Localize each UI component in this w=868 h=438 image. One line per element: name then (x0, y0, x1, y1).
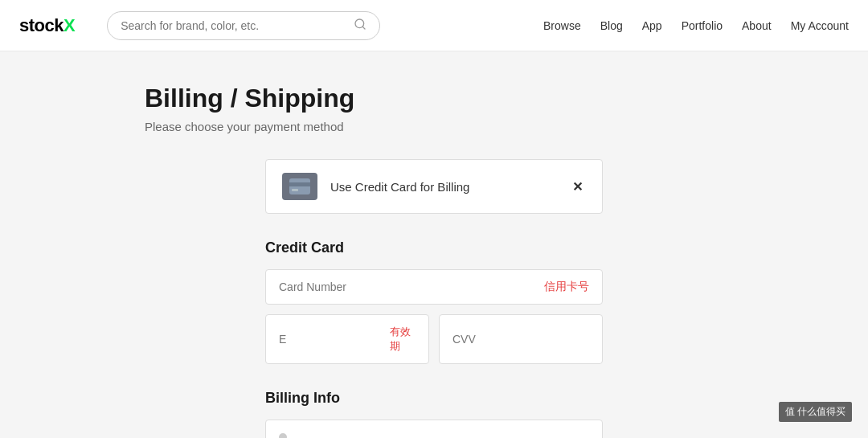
billing-field-dot (279, 433, 287, 438)
nav-browse[interactable]: Browse (543, 19, 581, 32)
page-title: Billing / Shipping (145, 84, 723, 113)
search-bar[interactable] (107, 11, 380, 40)
credit-card-section-title: Credit Card (265, 239, 603, 256)
header: stockX Browse Blog App Portfolio About M… (0, 0, 868, 51)
expiry-annotation: 有效期 (390, 325, 416, 354)
logo-stock: stock (19, 15, 63, 35)
card-number-annotation: 信用卡号 (544, 280, 589, 294)
nav-about[interactable]: About (742, 19, 772, 32)
payment-option-card: Use Credit Card for Billing ✕ (265, 159, 603, 214)
card-number-input[interactable] (279, 280, 544, 293)
nav-links: Browse Blog App Portfolio About My Accou… (543, 19, 849, 32)
logo-x: X (63, 15, 75, 35)
svg-rect-3 (289, 182, 310, 186)
svg-line-1 (362, 27, 365, 29)
expiry-input[interactable] (279, 333, 390, 346)
close-payment-button[interactable]: ✕ (569, 176, 586, 198)
nav-blog[interactable]: Blog (600, 19, 623, 32)
nav-portfolio[interactable]: Portfolio (682, 19, 723, 32)
expiry-field[interactable]: 有效期 (265, 314, 429, 364)
cvv-input[interactable] (452, 333, 589, 346)
search-icon (354, 18, 366, 34)
svg-rect-4 (292, 189, 298, 191)
card-row: 有效期 (265, 314, 603, 364)
logo[interactable]: stockX (19, 15, 75, 36)
nav-app[interactable]: App (642, 19, 662, 32)
logo-text: stockX (19, 15, 75, 36)
page-subtitle: Please choose your payment method (145, 120, 723, 133)
credit-card-icon (282, 173, 317, 200)
cvv-field[interactable] (439, 314, 603, 364)
card-number-field[interactable]: 信用卡号 (265, 269, 603, 305)
search-input[interactable] (121, 19, 347, 32)
payment-option-label: Use Credit Card for Billing (330, 180, 569, 194)
main-content: Billing / Shipping Please choose your pa… (129, 51, 739, 438)
nav-my-account[interactable]: My Account (791, 19, 849, 32)
billing-info-field[interactable] (265, 420, 603, 438)
watermark: 值 什么值得买 (779, 402, 852, 422)
billing-section-title: Billing Info (265, 390, 603, 407)
